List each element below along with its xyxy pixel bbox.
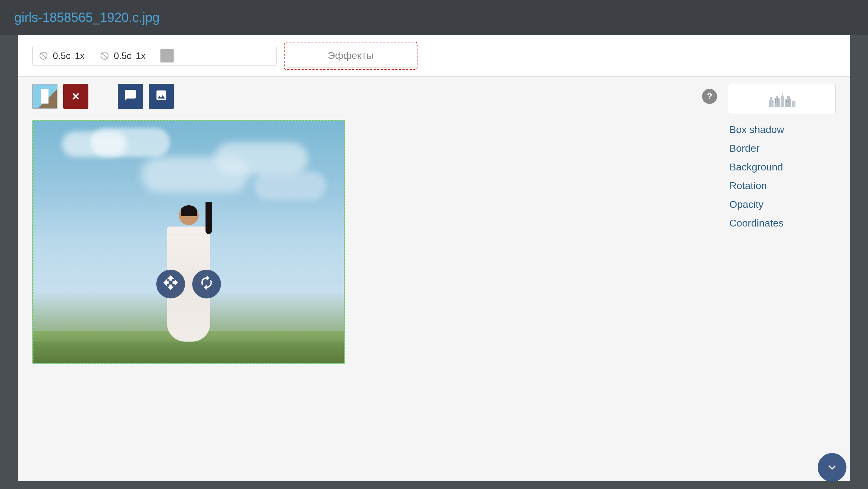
image-overlay-controls [156,270,221,298]
repeat1-value: 1x [75,50,84,61]
effect-box-shadow[interactable]: Box shadow [728,121,836,138]
effects-list: Box shadow Border Background Rotation Op… [728,118,836,235]
svg-rect-4 [769,100,774,107]
repeat2-value: 1x [136,50,146,61]
cloud-2 [91,128,170,157]
cloud-5 [254,171,326,200]
separator2 [153,49,153,62]
chat-button[interactable] [118,84,143,109]
thumb-figure [41,89,49,104]
effect-opacity[interactable]: Opacity [728,196,836,213]
effects-button[interactable]: Эффекты [286,44,415,68]
effect-background[interactable]: Background [728,159,836,176]
move-icon [163,275,179,294]
toolbar: 0.5c 1x 0.5c 1x Эффекты [18,35,850,77]
color-swatch[interactable] [160,49,174,63]
image-canvas [32,120,345,364]
svg-rect-16 [777,101,778,102]
move-button[interactable] [156,270,185,298]
right-panel: Box shadow Border Background Rotation Op… [728,84,836,474]
hair-top [181,205,197,216]
svg-rect-10 [785,99,791,107]
effect-border[interactable]: Border [728,140,836,157]
rotate-icon [199,275,214,294]
loop1-icon [38,51,49,61]
svg-rect-8 [781,96,784,107]
svg-rect-14 [777,99,778,100]
main-content: 0.5c 1x 0.5c 1x Эффекты [18,35,850,481]
svg-rect-17 [786,101,787,102]
image-icon [155,89,168,104]
animation-controls: 0.5c 1x 0.5c 1x [32,46,277,66]
left-panel: × [32,84,717,474]
thumbnail-preview[interactable] [32,84,57,109]
svg-rect-18 [788,101,789,102]
delay1-value: 0.5c [53,50,70,61]
city-icon [767,89,796,109]
image-tools-row: × [32,84,717,109]
svg-line-1 [41,53,46,59]
svg-rect-15 [775,101,776,102]
search-box[interactable] [728,84,836,114]
svg-rect-5 [770,97,772,101]
filename-link[interactable]: girls-1858565_1920.c.jpg [14,10,160,25]
effect-coordinates[interactable]: Coordinates [728,215,836,232]
svg-rect-13 [775,99,776,100]
svg-rect-11 [787,96,790,100]
delete-button[interactable]: × [63,84,88,109]
head [179,205,199,225]
loop2-icon [100,51,110,61]
hair-braid [206,202,212,234]
image-button[interactable] [149,84,174,109]
svg-rect-7 [776,96,778,99]
editor-area: × [18,77,850,481]
svg-rect-9 [782,93,783,97]
rotate-button[interactable] [192,270,221,298]
title-bar: girls-1858565_1920.c.jpg [0,0,868,35]
chat-icon [124,89,137,104]
svg-rect-12 [792,101,795,107]
help-icon[interactable]: ? [702,89,717,104]
svg-line-3 [102,53,107,59]
separator [92,49,92,62]
effects-button-wrapper: Эффекты [284,42,417,70]
effect-rotation[interactable]: Rotation [728,177,836,195]
cloud-4 [141,157,249,193]
dress-detail [171,234,207,234]
delay2-value: 0.5c [114,50,131,61]
delete-icon: × [72,89,79,104]
bottom-nav-button[interactable] [818,453,846,482]
